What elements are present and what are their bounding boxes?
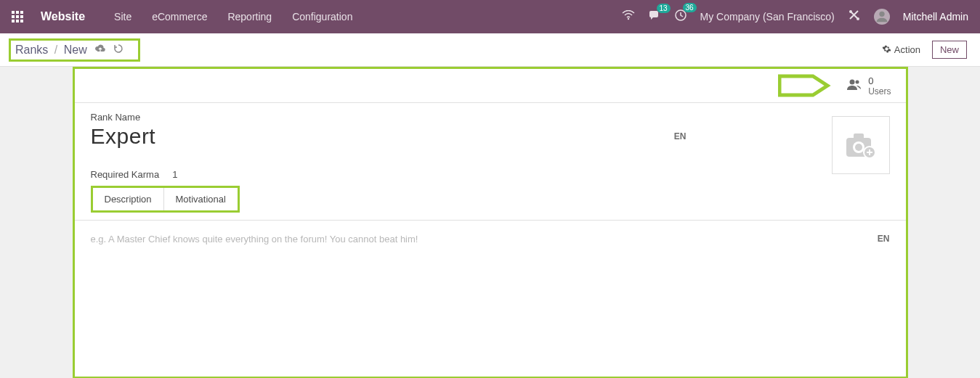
topbar-left: Website Site eCommerce Reporting Configu… — [12, 10, 352, 23]
menu-ecommerce[interactable]: eCommerce — [152, 11, 207, 22]
topbar-menu: Site eCommerce Reporting Configuration — [114, 11, 352, 22]
messaging-badge: 13 — [657, 4, 671, 13]
menu-configuration[interactable]: Configuration — [292, 11, 352, 22]
tabs-highlight: Description Motivational — [91, 186, 890, 213]
users-count: 0 — [868, 75, 891, 86]
breadcrumb: Ranks / New — [15, 44, 87, 57]
control-bar: Ranks / New Action New — [0, 33, 980, 67]
activities-badge: 36 — [683, 3, 697, 12]
discard-icon[interactable] — [113, 44, 123, 56]
annotation-arrow — [778, 73, 835, 98]
svg-point-4 — [850, 79, 855, 84]
description-lang-button[interactable]: EN — [878, 234, 890, 244]
page-body: 0 Users Rank Name Expert EN Required Kar… — [0, 67, 980, 378]
avatar[interactable] — [874, 9, 890, 25]
tab-motivational[interactable]: Motivational — [164, 188, 238, 210]
gear-icon — [882, 44, 891, 56]
wifi-icon[interactable] — [622, 10, 635, 23]
karma-row: Required Karma 1 — [91, 169, 890, 180]
form-sheet: 0 Users Rank Name Expert EN Required Kar… — [73, 67, 908, 378]
rank-name-input[interactable]: Expert — [91, 124, 156, 149]
karma-label: Required Karma — [91, 169, 160, 180]
title-row: Expert EN — [91, 124, 687, 149]
breadcrumb-root[interactable]: Ranks — [15, 44, 48, 56]
settings-icon[interactable] — [848, 9, 861, 25]
image-upload[interactable] — [832, 116, 890, 174]
activities-icon[interactable]: 36 — [674, 9, 687, 25]
topbar-right: 13 36 My Company (San Francisco) Mitchel… — [622, 9, 968, 25]
control-actions: Action New — [882, 41, 967, 59]
menu-reporting[interactable]: Reporting — [227, 11, 272, 22]
users-icon — [846, 78, 862, 94]
user-menu[interactable]: Mitchell Admin — [903, 11, 968, 22]
tab-description[interactable]: Description — [93, 188, 164, 210]
app-brand[interactable]: Website — [41, 10, 85, 23]
new-button[interactable]: New — [932, 41, 967, 59]
messaging-icon[interactable]: 13 — [648, 9, 661, 24]
form-body: Rank Name Expert EN Required Karma 1 Des… — [75, 103, 906, 221]
rank-name-label: Rank Name — [91, 112, 890, 123]
users-stat-button[interactable]: 0 Users — [842, 74, 895, 98]
action-dropdown[interactable]: Action — [882, 44, 920, 56]
breadcrumb-highlight: Ranks / New — [9, 38, 140, 62]
apps-icon[interactable] — [12, 11, 23, 22]
lang-button[interactable]: EN — [674, 131, 687, 141]
svg-point-3 — [857, 17, 859, 20]
menu-site[interactable]: Site — [114, 11, 131, 22]
svg-point-5 — [856, 80, 859, 83]
breadcrumb-separator: / — [54, 44, 57, 56]
svg-point-9 — [855, 144, 862, 151]
tabs: Description Motivational — [91, 186, 240, 213]
breadcrumb-current: New — [64, 44, 87, 56]
action-label: Action — [894, 44, 920, 55]
company-switcher[interactable]: My Company (San Francisco) — [700, 11, 835, 22]
cloud-save-icon[interactable] — [94, 44, 106, 56]
users-label: Users — [868, 86, 891, 96]
svg-point-2 — [849, 10, 852, 13]
status-bar: 0 Users — [75, 69, 906, 103]
top-navbar: Website Site eCommerce Reporting Configu… — [0, 0, 980, 33]
description-placeholder: e.g. A Master Chief knows quite everythi… — [91, 234, 418, 245]
svg-rect-7 — [854, 133, 864, 139]
karma-input[interactable]: 1 — [172, 169, 177, 180]
svg-point-0 — [627, 18, 628, 20]
description-area[interactable]: e.g. A Master Chief knows quite everythi… — [75, 221, 906, 258]
